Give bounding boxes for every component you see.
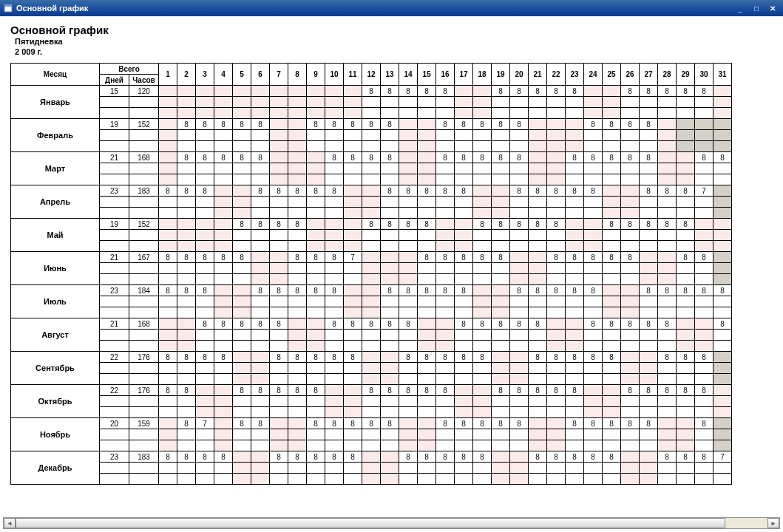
day-cell[interactable] bbox=[399, 252, 418, 263]
day-cell[interactable]: 8 bbox=[547, 86, 566, 97]
day-cell[interactable]: 8 bbox=[325, 252, 344, 263]
day-cell[interactable] bbox=[159, 418, 177, 429]
day-cell[interactable]: 8 bbox=[455, 451, 473, 463]
day-cell[interactable] bbox=[251, 352, 270, 363]
day-cell[interactable]: 8 bbox=[658, 185, 677, 197]
day-cell[interactable] bbox=[362, 285, 381, 296]
day-cell[interactable]: 8 bbox=[695, 418, 713, 429]
day-cell[interactable] bbox=[159, 219, 177, 230]
day-cell[interactable] bbox=[547, 318, 566, 330]
day-cell[interactable]: 8 bbox=[325, 119, 344, 130]
day-cell[interactable]: 8 bbox=[381, 185, 399, 197]
day-cell[interactable]: 8 bbox=[529, 185, 547, 197]
day-cell[interactable]: 7 bbox=[713, 451, 732, 463]
day-cell[interactable] bbox=[233, 185, 251, 197]
day-cell[interactable]: 8 bbox=[695, 285, 713, 296]
day-cell[interactable]: 8 bbox=[344, 352, 362, 363]
header-day-5[interactable]: 5 bbox=[233, 64, 251, 86]
day-cell[interactable]: 8 bbox=[344, 119, 362, 130]
day-cell[interactable] bbox=[214, 219, 233, 230]
day-cell[interactable] bbox=[566, 318, 584, 330]
day-cell[interactable] bbox=[214, 385, 233, 396]
day-cell[interactable]: 8 bbox=[510, 219, 529, 230]
day-cell[interactable]: 8 bbox=[436, 119, 455, 130]
day-cell[interactable]: 8 bbox=[695, 385, 713, 396]
day-cell[interactable] bbox=[270, 152, 288, 163]
day-cell[interactable]: 8 bbox=[473, 352, 492, 363]
day-cell[interactable]: 8 bbox=[529, 451, 547, 463]
day-cell[interactable]: 8 bbox=[473, 219, 492, 230]
day-cell[interactable]: 8 bbox=[621, 152, 640, 163]
day-cell[interactable] bbox=[529, 418, 547, 429]
day-cell[interactable]: 8 bbox=[455, 285, 473, 296]
day-cell[interactable]: 8 bbox=[492, 418, 510, 429]
day-cell[interactable] bbox=[399, 418, 418, 429]
header-day-1[interactable]: 1 bbox=[159, 64, 177, 86]
day-cell[interactable] bbox=[547, 119, 566, 130]
day-cell[interactable]: 8 bbox=[362, 86, 381, 97]
day-cell[interactable]: 8 bbox=[658, 285, 677, 296]
day-cell[interactable] bbox=[214, 185, 233, 197]
day-cell[interactable] bbox=[510, 451, 529, 463]
day-cell[interactable]: 8 bbox=[455, 119, 473, 130]
day-cell[interactable] bbox=[418, 152, 436, 163]
day-cell[interactable]: 8 bbox=[455, 252, 473, 263]
day-cell[interactable]: 8 bbox=[177, 185, 196, 197]
day-cell[interactable] bbox=[492, 451, 510, 463]
day-cell[interactable]: 8 bbox=[695, 352, 713, 363]
day-cell[interactable]: 8 bbox=[640, 152, 658, 163]
maximize-button[interactable]: □ bbox=[749, 2, 764, 14]
day-cell[interactable]: 8 bbox=[214, 318, 233, 330]
day-cell[interactable]: 8 bbox=[196, 451, 214, 463]
day-cell[interactable]: 8 bbox=[529, 219, 547, 230]
day-cell[interactable]: 8 bbox=[344, 451, 362, 463]
day-cell[interactable]: 8 bbox=[159, 385, 177, 396]
day-cell[interactable]: 8 bbox=[695, 152, 713, 163]
day-cell[interactable] bbox=[695, 219, 713, 230]
day-cell[interactable]: 8 bbox=[584, 152, 603, 163]
day-cell[interactable]: 8 bbox=[473, 418, 492, 429]
day-cell[interactable]: 8 bbox=[214, 252, 233, 263]
day-cell[interactable]: 8 bbox=[640, 318, 658, 330]
day-cell[interactable]: 8 bbox=[621, 252, 640, 263]
day-cell[interactable]: 8 bbox=[584, 285, 603, 296]
day-cell[interactable]: 8 bbox=[270, 285, 288, 296]
day-cell[interactable] bbox=[621, 451, 640, 463]
day-cell[interactable]: 8 bbox=[270, 219, 288, 230]
day-cell[interactable]: 8 bbox=[492, 219, 510, 230]
day-cell[interactable] bbox=[677, 152, 695, 163]
header-day-9[interactable]: 9 bbox=[307, 64, 325, 86]
day-cell[interactable] bbox=[621, 352, 640, 363]
header-day-13[interactable]: 13 bbox=[381, 64, 399, 86]
day-cell[interactable] bbox=[214, 86, 233, 97]
day-cell[interactable]: 8 bbox=[584, 451, 603, 463]
day-cell[interactable]: 8 bbox=[307, 451, 325, 463]
header-day-7[interactable]: 7 bbox=[270, 64, 288, 86]
day-cell[interactable] bbox=[288, 418, 307, 429]
day-cell[interactable]: 8 bbox=[196, 185, 214, 197]
day-cell[interactable] bbox=[177, 86, 196, 97]
day-cell[interactable]: 8 bbox=[196, 152, 214, 163]
day-cell[interactable]: 8 bbox=[640, 418, 658, 429]
day-cell[interactable] bbox=[344, 219, 362, 230]
day-cell[interactable]: 8 bbox=[455, 185, 473, 197]
day-cell[interactable] bbox=[584, 86, 603, 97]
day-cell[interactable]: 8 bbox=[658, 451, 677, 463]
day-cell[interactable]: 8 bbox=[381, 285, 399, 296]
day-cell[interactable] bbox=[307, 219, 325, 230]
day-cell[interactable]: 8 bbox=[455, 152, 473, 163]
day-cell[interactable]: 8 bbox=[233, 318, 251, 330]
day-cell[interactable]: 8 bbox=[159, 285, 177, 296]
day-cell[interactable]: 8 bbox=[658, 385, 677, 396]
day-cell[interactable]: 8 bbox=[510, 285, 529, 296]
day-cell[interactable]: 8 bbox=[677, 86, 695, 97]
day-cell[interactable]: 8 bbox=[307, 185, 325, 197]
header-day-19[interactable]: 19 bbox=[492, 64, 510, 86]
day-cell[interactable]: 8 bbox=[288, 285, 307, 296]
day-cell[interactable]: 8 bbox=[566, 451, 584, 463]
day-cell[interactable]: 8 bbox=[362, 385, 381, 396]
day-cell[interactable]: 8 bbox=[695, 86, 713, 97]
day-cell[interactable]: 8 bbox=[418, 86, 436, 97]
day-cell[interactable] bbox=[547, 152, 566, 163]
header-day-29[interactable]: 29 bbox=[677, 64, 695, 86]
